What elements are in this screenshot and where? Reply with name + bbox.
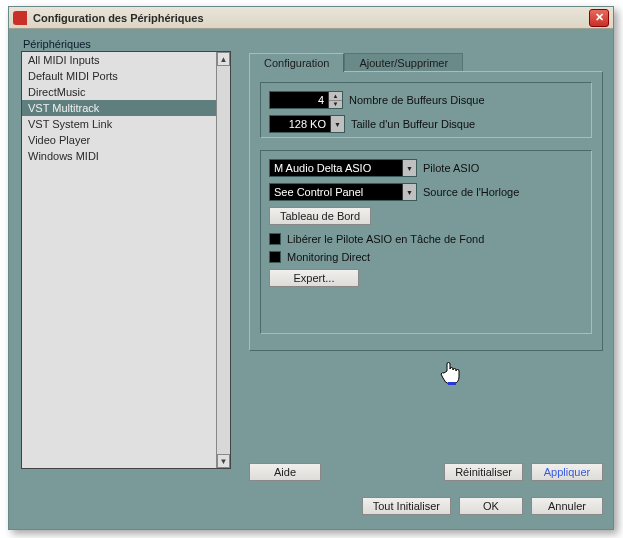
list-scrollbar[interactable]: ▲ ▼ xyxy=(216,52,230,468)
sidebar-item-default-midi-ports[interactable]: Default MIDI Ports xyxy=(22,68,216,84)
direct-monitoring-label: Monitoring Direct xyxy=(287,251,370,263)
help-button[interactable]: Aide xyxy=(249,463,321,481)
sidebar-heading: Périphériques xyxy=(23,38,91,50)
disk-buffers-value: 4 xyxy=(270,94,328,106)
sidebar-item-windows-midi[interactable]: Windows MIDI xyxy=(22,148,216,164)
chevron-down-icon[interactable]: ▼ xyxy=(330,116,344,132)
tab-add-remove[interactable]: Ajouter/Supprimer xyxy=(344,53,463,72)
release-asio-checkbox[interactable] xyxy=(269,233,281,245)
reset-button[interactable]: Réinitialiser xyxy=(444,463,523,481)
close-icon[interactable]: ✕ xyxy=(589,9,609,27)
app-icon xyxy=(13,11,27,25)
apply-button[interactable]: Appliquer xyxy=(531,463,603,481)
ok-button[interactable]: OK xyxy=(459,497,523,515)
asio-driver-combo[interactable]: M Audio Delta ASIO ▼ xyxy=(269,159,417,177)
disk-buffer-size-value: 128 KO xyxy=(270,118,330,130)
action-row-1: Aide Réinitialiser Appliquer xyxy=(249,463,603,481)
asio-group: M Audio Delta ASIO ▼ Pilote ASIO See Con… xyxy=(260,150,592,334)
sidebar-item-directmusic[interactable]: DirectMusic xyxy=(22,84,216,100)
init-all-button[interactable]: Tout Initialiser xyxy=(362,497,451,515)
client-area: Périphériques All MIDI Inputs Default MI… xyxy=(15,35,607,523)
window-title: Configuration des Périphériques xyxy=(33,12,589,24)
cancel-button[interactable]: Annuler xyxy=(531,497,603,515)
release-asio-label: Libérer le Pilote ASIO en Tâche de Fond xyxy=(287,233,484,245)
device-listbox: All MIDI Inputs Default MIDI Ports Direc… xyxy=(21,51,231,469)
sidebar-item-vst-system-link[interactable]: VST System Link xyxy=(22,116,216,132)
control-panel-button[interactable]: Tableau de Bord xyxy=(269,207,371,225)
device-list: All MIDI Inputs Default MIDI Ports Direc… xyxy=(22,52,216,468)
sidebar-item-vst-multitrack[interactable]: VST Multitrack xyxy=(22,100,216,116)
device-setup-window: Configuration des Périphériques ✕ Périph… xyxy=(8,6,614,530)
action-row-2: Tout Initialiser OK Annuler xyxy=(249,497,603,515)
sidebar-item-video-player[interactable]: Video Player xyxy=(22,132,216,148)
disk-buffer-group: 4 ▲▼ Nombre de Buffeurs Disque 128 KO ▼ … xyxy=(260,82,592,138)
spinner-icon[interactable]: ▲▼ xyxy=(328,92,342,108)
direct-monitoring-checkbox[interactable] xyxy=(269,251,281,263)
clock-source-combo[interactable]: See Control Panel ▼ xyxy=(269,183,417,201)
tab-page-configuration: 4 ▲▼ Nombre de Buffeurs Disque 128 KO ▼ … xyxy=(249,71,603,351)
chevron-down-icon[interactable]: ▼ xyxy=(402,160,416,176)
tab-configuration[interactable]: Configuration xyxy=(249,53,344,72)
disk-buffers-spinner[interactable]: 4 ▲▼ xyxy=(269,91,343,109)
expert-button[interactable]: Expert... xyxy=(269,269,359,287)
scroll-track[interactable] xyxy=(217,66,230,454)
clock-source-label: Source de l'Horloge xyxy=(423,186,519,198)
scroll-down-icon[interactable]: ▼ xyxy=(217,454,230,468)
disk-buffers-label: Nombre de Buffeurs Disque xyxy=(349,94,485,106)
asio-driver-label: Pilote ASIO xyxy=(423,162,479,174)
sidebar-item-all-midi-inputs[interactable]: All MIDI Inputs xyxy=(22,52,216,68)
tabstrip: Configuration Ajouter/Supprimer xyxy=(249,51,603,71)
disk-buffer-size-label: Taille d'un Buffeur Disque xyxy=(351,118,475,130)
disk-buffer-size-combo[interactable]: 128 KO ▼ xyxy=(269,115,345,133)
clock-source-value: See Control Panel xyxy=(270,186,402,198)
asio-driver-value: M Audio Delta ASIO xyxy=(270,162,402,174)
scroll-up-icon[interactable]: ▲ xyxy=(217,52,230,66)
titlebar[interactable]: Configuration des Périphériques ✕ xyxy=(9,7,613,29)
chevron-down-icon[interactable]: ▼ xyxy=(402,184,416,200)
